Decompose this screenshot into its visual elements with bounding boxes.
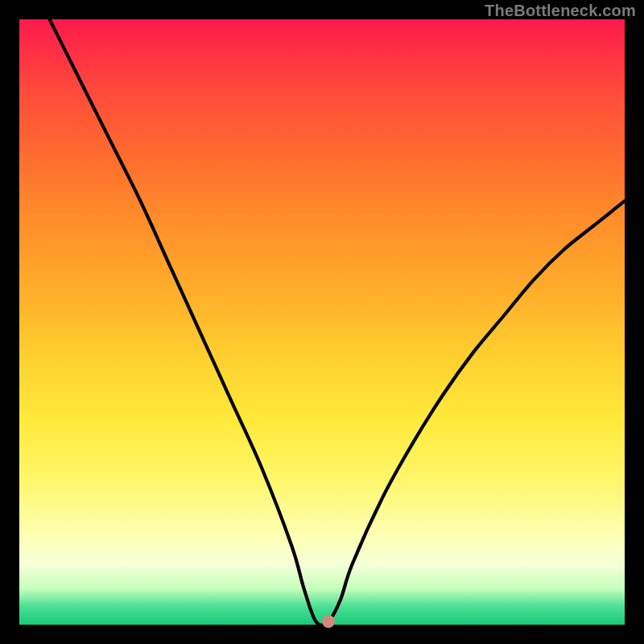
watermark-text: TheBottleneck.com [485, 2, 636, 20]
plot-area [19, 19, 625, 625]
chart-frame: TheBottleneck.com [0, 0, 644, 644]
bottleneck-curve [19, 19, 625, 625]
optimal-point-marker [322, 615, 335, 628]
